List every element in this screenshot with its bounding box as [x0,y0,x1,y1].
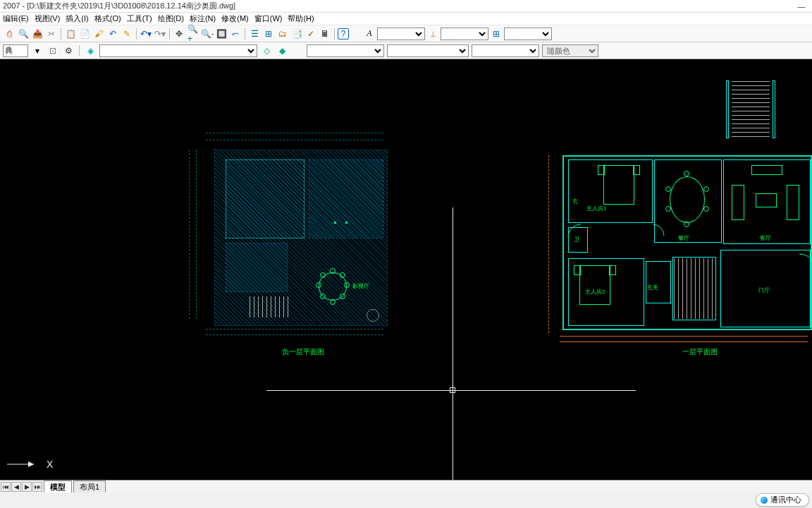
tab-layout1[interactable]: 布局1 [73,480,106,493]
tab-nav-first-icon[interactable]: ⏮ [1,482,11,492]
toolbar-main: ⎙ 🔍 📤 ✂ 📋 📄 🖌 ↶ ✎ ↶▾ ↷▾ ✥ 🔍+ 🔍- 🔲 ⤺ ☰ ⊞ … [0,25,812,42]
zoom-in-icon[interactable]: 🔍+ [187,28,199,40]
properties-icon[interactable]: ☰ [248,28,261,40]
menu-format[interactable]: 格式(O) [94,13,121,24]
menu-insert[interactable]: 插入(I) [66,13,88,24]
sheet-set-icon[interactable]: 📑 [290,28,303,40]
ucs-icon: X [3,450,59,480]
design-center-icon[interactable]: ⊞ [262,28,275,40]
separator [169,28,170,40]
paste-icon[interactable]: 📄 [78,28,91,40]
menu-help[interactable]: 帮助(H) [288,13,314,24]
plan-label-left: 负一层平面图 [282,347,324,357]
quickcalc-icon[interactable]: 🖩 [319,28,331,40]
titlebar: 2007 - [D:\新建文件夹\2019\1月\3D01008\2018.12… [0,0,812,13]
layer-prev-icon[interactable]: ◆ [276,44,288,57]
svg-marker-1 [28,461,34,467]
comm-label: 通讯中心 [770,495,801,505]
room-studio: 影视厅 [352,282,369,290]
help-icon[interactable]: ? [338,28,349,40]
undo-icon[interactable]: ↶ [106,28,119,40]
preview-icon[interactable]: 🔍 [17,28,30,40]
separator [61,28,61,40]
menu-draw[interactable]: 绘图(D) [158,13,184,24]
linetype-combo[interactable] [387,44,469,57]
ws-dd-icon[interactable]: ▾ [31,44,44,57]
floorplan-left: 影视厅 [189,133,400,337]
svg-text:X: X [47,459,54,470]
menu-dimension[interactable]: 标注(N) [190,13,216,24]
redo-dd-icon[interactable]: ↷▾ [154,28,166,40]
textstyle-icon[interactable]: A [363,28,376,40]
layer-props-icon[interactable]: ◈ [84,44,97,57]
plotstyle-combo[interactable]: 随颜色 [542,44,598,57]
separator [334,28,335,40]
ws-settings-icon[interactable]: ⚙ [62,44,75,57]
menu-view[interactable]: 视图(V) [35,13,61,24]
ws-save-icon[interactable]: ⊡ [47,44,59,57]
plan-label-right: 一层平面图 [682,347,718,357]
comm-dot-icon [761,497,768,504]
separator [136,28,137,40]
tab-nav-next-icon[interactable]: ▶ [22,482,32,492]
menu-tools[interactable]: 工具(T) [127,13,152,24]
window-title: 2007 - [D:\新建文件夹\2019\1月\3D01008\2018.12… [3,1,794,11]
undo-dd-icon[interactable]: ↶▾ [140,28,152,40]
cut-icon[interactable]: ✂ [45,28,58,40]
pan-icon[interactable]: ✥ [173,28,185,40]
minimize-icon[interactable]: — [794,1,809,11]
tab-nav-last-icon[interactable]: ⏭ [32,482,42,492]
zoom-window-icon[interactable]: 🔲 [215,28,228,40]
tab-nav-prev-icon[interactable]: ◀ [11,482,21,492]
tool-palette-icon[interactable]: 🗂 [276,28,289,40]
lineweight-combo[interactable] [472,44,539,57]
drawing-canvas[interactable]: 影视厅 负一层平面图 主人房1 玄 卫 [0,59,812,492]
menu-window[interactable]: 窗口(W) [254,13,283,24]
toolbar-layers: ▾ ⊡ ⚙ ◈ ◇ ◆ 随颜色 [0,42,812,59]
publish-icon[interactable]: 📤 [31,28,44,40]
tab-model[interactable]: 模型 [44,480,72,493]
match-icon[interactable]: 🖌 [92,28,105,40]
menu-edit[interactable]: 编辑(E) [3,13,29,24]
zoom-out-icon[interactable]: 🔍- [201,28,214,40]
floorplan-right: 主人房1 玄 卫 餐厅 客厅 主人房2 玄关 [548,80,812,341]
separator [245,28,245,40]
dimstyle-combo[interactable] [441,28,488,40]
tablestyle-icon[interactable]: ⊞ [490,28,503,40]
copy-icon[interactable]: 📋 [64,28,77,40]
color-combo[interactable] [307,44,384,57]
workspace-combo[interactable] [3,44,28,57]
plot-icon[interactable]: ⎙ [3,28,16,40]
redo-icon[interactable]: ✎ [121,28,133,40]
zoom-prev-icon[interactable]: ⤺ [229,28,242,40]
tablestyle-combo[interactable] [504,28,552,40]
dimstyle-icon[interactable]: ⟂ [426,28,439,40]
menubar: 编辑(E) 视图(V) 插入(I) 格式(O) 工具(T) 绘图(D) 标注(N… [0,13,812,25]
door-arcs [548,80,812,363]
comm-center-pill[interactable]: 通讯中心 [756,493,809,507]
markup-icon[interactable]: ✓ [304,28,317,40]
menu-modify[interactable]: 修改(M) [221,13,249,24]
separator [79,45,80,56]
textstyle-combo[interactable] [377,28,425,40]
layer-iso-icon[interactable]: ◇ [260,44,273,57]
model-layout-tabs: ⏮ ◀ ▶ ⏭ 模型 布局1 [0,480,812,492]
layer-combo[interactable] [99,44,257,57]
